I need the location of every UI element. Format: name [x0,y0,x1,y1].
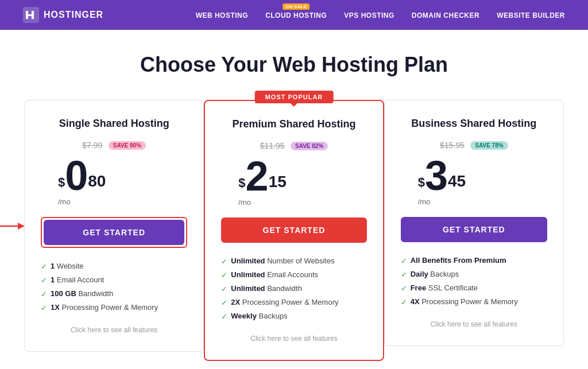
feature-item: ✓1X Processing Power & Memory [41,303,187,312]
plan-business-dollar: $ [418,175,425,189]
plan-premium-original-price: $11.95 [260,141,285,150]
nav-item-web-hosting[interactable]: WEB HOSTING [196,10,249,20]
plan-business-save-badge: SAVE 78% [470,141,508,150]
feature-item: ✓100 GB Bandwidth [41,289,187,298]
check-icon: ✓ [221,257,227,266]
nav-item-cloud-hosting[interactable]: ON SALE CLOUD HOSTING [265,10,327,20]
nav-link-cloud-hosting[interactable]: ON SALE CLOUD HOSTING [265,11,327,20]
check-icon: ✓ [401,257,407,265]
plan-business-see-all[interactable]: Click here to see all features [401,320,547,328]
check-icon: ✓ [221,285,227,293]
plan-single: Single Shared Hosting $7.99 SAVE 90% $08… [24,100,204,352]
plan-business-title: Business Shared Hosting [401,118,547,130]
plan-premium-save-badge: SAVE 82% [291,142,328,150]
plan-business-features: ✓All Benefits From Premium ✓Daily Backup… [401,256,547,306]
check-icon: ✓ [221,271,227,279]
logo-text: HOSTINGER [44,10,103,20]
plan-premium-features: ✓Unlimited Number of Websites ✓Unlimited… [221,257,366,321]
plan-premium-dollar: $ [238,176,245,190]
page-title: Choose Your Web Hosting Plan [24,53,564,77]
plan-single-see-all[interactable]: Click here to see all features [41,326,187,334]
check-icon: ✓ [41,290,47,298]
main-content: Choose Your Web Hosting Plan Single Shar… [13,30,575,369]
feature-item: ✓Unlimited Bandwidth [221,284,366,293]
plan-premium-title: Premium Shared Hosting [221,118,366,130]
feature-item: ✓1 Email Account [41,275,187,285]
plan-premium-original-price-row: $11.95 SAVE 82% [221,141,366,151]
nav-link-website-builder[interactable]: WEBSITE BUILDER [497,11,565,20]
svg-marker-2 [18,223,25,230]
plan-single-period: /mo [58,197,71,206]
plan-business-period: /mo [418,197,431,206]
nav-link-vps-hosting[interactable]: VPS HOSTING [344,11,394,20]
feature-item: ✓Weekly Backups [221,312,366,321]
plan-business-original-price: $15.95 [440,141,465,150]
plan-business-get-started-button[interactable]: GET STARTED [401,217,547,242]
check-icon: ✓ [401,270,407,279]
feature-item: ✓All Benefits From Premium [401,256,547,265]
feature-item: ✓Daily Backups [401,270,547,279]
plan-business: Business Shared Hosting $15.95 SAVE 78% … [384,100,564,346]
plan-single-original-price: $7.99 [82,141,102,150]
plan-single-price: $080 /mo [41,155,187,207]
plan-premium-see-all[interactable]: Click here to see all features [221,335,366,343]
plan-single-whole: 0 [65,153,88,199]
check-icon: ✓ [41,276,47,285]
feature-item: ✓4X Processing Power & Memory [401,297,547,306]
plan-premium-whole: 2 [246,153,269,199]
plan-premium: MOST POPULAR Premium Shared Hosting $11.… [204,100,384,361]
nav-item-website-builder[interactable]: WEBSITE BUILDER [497,10,565,20]
plan-business-price: $345 /mo [401,155,547,207]
nav-link-domain-checker[interactable]: DOMAIN CHECKER [412,11,479,20]
annotation-arrow [0,215,25,238]
check-icon: ✓ [41,262,47,271]
nav-item-vps-hosting[interactable]: VPS HOSTING [344,10,394,20]
plan-single-original-price-row: $7.99 SAVE 90% [41,140,187,150]
plan-premium-price: $215 /mo [221,156,366,207]
plan-premium-cents: 15 [269,173,287,191]
check-icon: ✓ [221,298,227,307]
plan-single-dollar: $ [58,175,65,189]
feature-item: ✓Free SSL Certificate [401,283,547,293]
plan-single-title: Single Shared Hosting [41,118,187,130]
plan-single-cents: 80 [88,172,106,190]
feature-item: ✓2X Processing Power & Memory [221,298,366,307]
plan-single-get-started-button[interactable]: GET STARTED [44,220,184,245]
logo[interactable]: HOSTINGER [23,7,103,23]
plan-single-btn-wrapper: GET STARTED [41,217,187,248]
plan-business-original-price-row: $15.95 SAVE 78% [401,140,547,150]
check-icon: ✓ [41,304,47,312]
feature-item: ✓Unlimited Number of Websites [221,257,366,266]
check-icon: ✓ [401,284,407,293]
plan-single-save-badge: SAVE 90% [109,141,146,150]
plan-premium-period: /mo [238,198,251,207]
check-icon: ✓ [401,298,407,306]
plan-business-whole: 3 [425,153,448,199]
on-sale-badge: ON SALE [283,3,310,10]
plan-business-cents: 45 [448,172,466,190]
pricing-grid: Single Shared Hosting $7.99 SAVE 90% $08… [24,100,564,361]
main-nav: HOSTINGER WEB HOSTING ON SALE CLOUD HOST… [0,0,588,30]
feature-item: ✓Unlimited Email Accounts [221,270,366,279]
feature-item: ✓1 Website [41,262,187,271]
nav-link-web-hosting[interactable]: WEB HOSTING [196,11,249,20]
plan-single-features: ✓1 Website ✓1 Email Account ✓100 GB Band… [41,262,187,312]
nav-item-domain-checker[interactable]: DOMAIN CHECKER [412,10,479,20]
check-icon: ✓ [221,312,227,321]
plan-premium-get-started-button[interactable]: GET STARTED [221,217,366,243]
most-popular-badge: MOST POPULAR [255,91,334,103]
nav-links: WEB HOSTING ON SALE CLOUD HOSTING VPS HO… [196,10,565,20]
